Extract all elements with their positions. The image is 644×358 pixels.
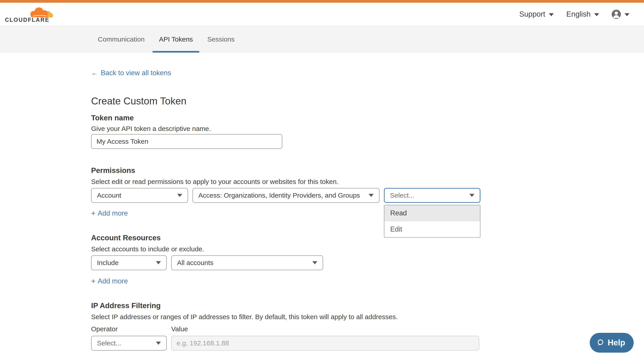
ip-filtering-description: Select IP addresses or ranges of IP addr… xyxy=(91,313,644,321)
page-title: Create Custom Token xyxy=(91,96,644,107)
permissions-description: Select edit or read permissions to apply… xyxy=(91,178,644,186)
token-name-heading: Token name xyxy=(91,113,644,122)
ip-operator-value: Select... xyxy=(97,339,121,347)
ip-filtering-heading: IP Address Filtering xyxy=(91,301,644,310)
chevron-down-icon xyxy=(470,194,474,197)
access-dropdown-menu: Read Edit xyxy=(384,205,480,238)
chevron-down-icon xyxy=(177,194,182,197)
ip-operator-select[interactable]: Select... xyxy=(91,336,167,350)
ip-value-input[interactable] xyxy=(171,336,479,350)
permissions-heading: Permissions xyxy=(91,166,644,175)
support-menu-label: Support xyxy=(519,10,545,19)
permissions-row: Account Access: Organizations, Identity … xyxy=(91,188,644,203)
account-resources-heading: Account Resources xyxy=(91,233,644,242)
header-right: Support English xyxy=(519,10,630,19)
chevron-down-icon xyxy=(594,13,599,16)
resource-accounts-value: All accounts xyxy=(177,259,214,267)
permission-access-select[interactable]: Select... Read Edit xyxy=(384,188,480,203)
add-more-label: Add more xyxy=(98,277,128,285)
header: CLOUDFLARE Support English xyxy=(0,3,644,26)
cloudflare-logo[interactable]: CLOUDFLARE xyxy=(5,5,54,24)
plus-icon: + xyxy=(91,209,95,218)
cloudflare-dashboard: CLOUDFLARE Support English xyxy=(0,0,644,358)
permission-scope-value: Account xyxy=(97,192,121,199)
option-label: Edit xyxy=(390,225,402,233)
cloudflare-wordmark: CLOUDFLARE xyxy=(5,17,49,23)
chat-bubble-icon xyxy=(596,339,604,346)
plus-icon: + xyxy=(91,277,95,285)
dropdown-option-edit[interactable]: Edit xyxy=(384,221,480,237)
avatar-icon xyxy=(612,10,621,19)
permission-group-select[interactable]: Access: Organizations, Identity Provider… xyxy=(192,188,380,203)
account-resources-row: Include All accounts xyxy=(91,255,644,270)
tab-label: Communication xyxy=(98,36,144,43)
permission-group-value: Access: Organizations, Identity Provider… xyxy=(198,192,360,199)
cloudflare-cloud-icon xyxy=(29,5,54,18)
language-menu-label: English xyxy=(566,10,590,19)
resources-add-more-button[interactable]: + Add more xyxy=(91,277,128,285)
chevron-down-icon xyxy=(156,341,161,345)
account-resources-description: Select accounts to include or exclude. xyxy=(91,245,644,253)
help-button[interactable]: Help xyxy=(590,333,634,352)
add-more-label: Add more xyxy=(98,209,128,218)
tab-label: Sessions xyxy=(207,36,235,43)
help-button-label: Help xyxy=(608,338,625,347)
tab-communication[interactable]: Communication xyxy=(92,26,151,53)
permissions-add-more-button[interactable]: + Add more xyxy=(91,209,128,218)
resource-mode-select[interactable]: Include xyxy=(91,255,167,270)
tab-sessions[interactable]: Sessions xyxy=(201,26,241,53)
resource-accounts-select[interactable]: All accounts xyxy=(171,255,323,270)
chevron-down-icon xyxy=(624,13,630,16)
support-menu[interactable]: Support xyxy=(519,10,554,19)
account-menu[interactable] xyxy=(612,10,630,19)
permission-access-value: Select... xyxy=(390,192,414,199)
ip-filtering-row: Select... xyxy=(91,336,644,350)
resource-mode-value: Include xyxy=(97,259,119,267)
operator-label: Operator xyxy=(91,325,171,333)
chevron-down-icon xyxy=(156,261,161,264)
option-label: Read xyxy=(390,209,407,217)
value-label: Value xyxy=(171,325,188,333)
permission-scope-select[interactable]: Account xyxy=(91,188,188,203)
chevron-down-icon xyxy=(312,261,317,264)
token-name-input[interactable] xyxy=(91,134,282,149)
top-accent-bar xyxy=(0,0,644,3)
create-token-form: ← Back to view all tokens Create Custom … xyxy=(0,53,644,350)
chevron-down-icon xyxy=(369,194,374,197)
chevron-down-icon xyxy=(549,13,554,16)
back-to-tokens-link[interactable]: ← Back to view all tokens xyxy=(91,69,171,78)
back-link-label: Back to view all tokens xyxy=(101,69,171,78)
token-name-description: Give your API token a descriptive name. xyxy=(91,125,644,133)
language-menu[interactable]: English xyxy=(566,10,599,19)
dropdown-option-read[interactable]: Read xyxy=(384,205,480,221)
tab-api-tokens[interactable]: API Tokens xyxy=(152,26,199,53)
ip-filtering-labels: Operator Value xyxy=(91,325,644,333)
tab-label: API Tokens xyxy=(159,36,193,43)
profile-tabbar: Communication API Tokens Sessions xyxy=(0,26,644,53)
left-arrow-icon: ← xyxy=(91,69,98,78)
